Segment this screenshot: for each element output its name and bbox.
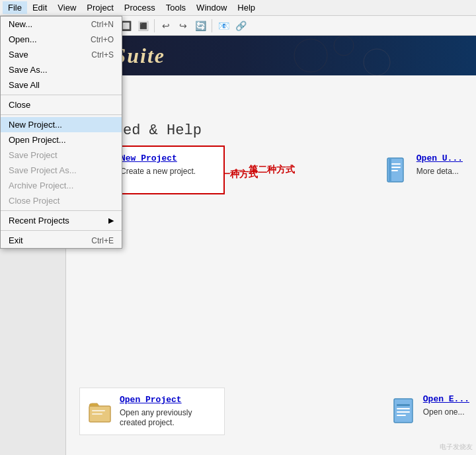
svg-rect-9 [391,170,398,171]
open-url-icon [383,153,410,186]
toolbar-btn-10[interactable]: 📧 [216,18,231,34]
menu-view[interactable]: View [52,1,81,14]
menu-open-project[interactable]: Open Project... [1,132,122,147]
menubar: File Edit View Project Process Tools Win… [0,0,476,16]
save-all-label: Save All [9,80,40,90]
svg-rect-6 [389,158,391,182]
watermark: 电子发烧友 [440,442,473,452]
menu-project[interactable]: Project [81,1,118,14]
open-example-link[interactable]: Open E... [423,394,469,404]
doc-list-icon [391,396,415,425]
archive-project-label: Archive Project... [9,181,73,190]
separator-1 [1,95,122,95]
folder-icon [88,397,112,426]
new-project-row: New Project Create a new project. ← 第二种方… [79,145,463,194]
recent-projects-label: Recent Projects [9,216,69,226]
open-example-card[interactable]: Open E... Open one... [383,388,476,434]
toolbar-btn-9[interactable]: 🔄 [192,18,208,34]
menu-window[interactable]: Window [191,1,232,14]
open-example-icon [390,394,416,427]
menu-open[interactable]: Open... Ctrl+O [1,32,122,47]
open-project-icon [87,395,113,428]
toolbar-separator-4 [212,19,212,32]
save-label: Save [9,50,28,60]
new-project-link[interactable]: New Project [120,153,217,163]
toolbar-separator-3 [154,19,155,32]
open-url-text: Open U... More deta... [416,153,463,176]
open-project-card[interactable]: Open Project Open any previously created… [79,388,225,435]
svg-rect-12 [92,413,102,415]
annotation-2-wrapper: ← 第二种方式 [231,161,295,179]
save-project-as-label: Save Project As... [9,165,77,175]
menu-save[interactable]: Save Ctrl+S [1,47,122,62]
book-icon [385,155,409,185]
toolbar-btn-8[interactable]: ↪ [175,18,191,34]
svg-rect-11 [92,410,105,411]
menu-help[interactable]: Help [232,1,260,14]
submenu-arrow-icon: ▶ [108,216,114,225]
menu-new[interactable]: New... Ctrl+N [1,17,122,32]
open-url-desc: More deta... [416,167,459,176]
open-example-desc: Open one... [423,407,465,417]
menu-close[interactable]: Close [1,97,122,112]
open-project-label: Open Project... [9,135,66,145]
menu-file[interactable]: File [3,1,27,14]
arrow-left-icon: ← [231,161,246,179]
new-label: New... [9,19,32,29]
exit-label: Exit [9,235,23,245]
new-project-text: New Project Create a new project. [120,153,217,176]
separator-2 [1,114,122,115]
save-as-label: Save As... [9,65,48,75]
save-project-label: Save Project [9,150,58,160]
new-project-label: New Project... [9,120,62,130]
separator-4 [1,230,122,231]
svg-rect-14 [397,404,410,406]
main-content: 第一种方式 Started & Help New Project Create … [66,76,476,455]
svg-rect-7 [391,163,401,165]
svg-rect-17 [397,415,406,416]
new-shortcut: Ctrl+N [91,20,114,29]
toolbar-btn-6[interactable]: 🔳 [135,18,151,34]
menu-close-project: Close Project [1,193,122,208]
bottom-cards-row: Open Project Open any previously created… [79,388,469,435]
open-example-text: Open E... Open one... [423,394,469,417]
menu-archive-project: Archive Project... [1,178,122,193]
menu-save-project: Save Project [1,147,122,163]
new-project-desc: Create a new project. [120,167,196,176]
toolbar-btn-7[interactable]: ↩ [158,18,174,34]
separator-3 [1,210,122,211]
menu-save-as[interactable]: Save As... [1,62,122,77]
menu-process[interactable]: Process [119,1,161,14]
menu-save-all[interactable]: Save All [1,77,122,93]
open-project-text: Open Project Open any previously created… [120,395,218,427]
open-project-link[interactable]: Open Project [120,395,218,405]
menu-recent-projects[interactable]: Recent Projects ▶ [1,213,122,228]
menu-save-project-as: Save Project As... [1,163,122,178]
file-dropdown-menu: New... Ctrl+N Open... Ctrl+O Save Ctrl+S… [0,16,122,249]
menu-exit[interactable]: Exit Ctrl+E [1,233,122,248]
open-project-desc: Open any previously created project. [120,408,192,427]
close-label: Close [9,100,30,110]
annotation-2-text: 第二种方式 [249,164,295,176]
svg-rect-13 [394,399,413,423]
toolbar-btn-11[interactable]: 🔗 [233,18,249,34]
exit-shortcut: Ctrl+E [91,236,114,245]
svg-rect-16 [397,411,410,413]
open-url-card[interactable]: Open U... More deta... [377,147,469,193]
menu-tools[interactable]: Tools [161,1,191,14]
svg-rect-8 [391,167,401,168]
open-url-link[interactable]: Open U... [416,153,463,163]
section-get-started: Started & Help [79,122,463,139]
save-shortcut: Ctrl+S [91,50,114,60]
svg-rect-15 [397,408,410,409]
open-shortcut: Ctrl+O [91,35,114,44]
open-label: Open... [9,34,37,44]
menu-new-project[interactable]: New Project... [1,117,122,132]
close-project-label: Close Project [9,196,60,206]
menu-edit[interactable]: Edit [27,1,52,14]
